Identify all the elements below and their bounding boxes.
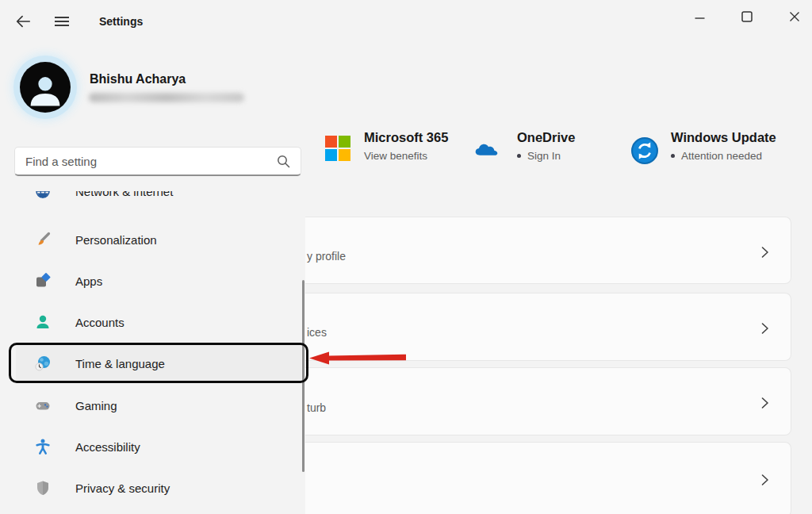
status-dot bbox=[517, 154, 521, 158]
close-button[interactable] bbox=[779, 6, 810, 27]
sidebar-item-network[interactable]: Network & internet bbox=[16, 191, 301, 210]
page-title: Settings bbox=[99, 15, 143, 28]
content-card-disturb[interactable]: turb bbox=[305, 367, 791, 435]
onedrive-cloud-icon bbox=[473, 140, 500, 161]
sidebar-item-label: Apps bbox=[75, 274, 102, 288]
sidebar-item-label: Accessibility bbox=[75, 440, 140, 454]
sidebar-item-label: Network & internet bbox=[75, 191, 173, 198]
sidebar-item-label: Gaming bbox=[75, 399, 117, 412]
card-text-fragment: y profile bbox=[307, 250, 346, 263]
search-input[interactable] bbox=[15, 155, 277, 168]
maximize-button[interactable] bbox=[731, 6, 763, 27]
status-title: OneDrive bbox=[517, 130, 575, 145]
sidebar-item-label: Time & language bbox=[75, 357, 165, 370]
status-subtitle: Sign In bbox=[527, 150, 561, 162]
status-subtitle: Attention needed bbox=[681, 150, 762, 162]
time-language-icon bbox=[35, 355, 51, 371]
content-card[interactable] bbox=[305, 442, 791, 514]
minimize-button[interactable] bbox=[684, 6, 715, 27]
windows-update-icon bbox=[631, 137, 658, 167]
sidebar-item-label: Privacy & security bbox=[75, 481, 170, 495]
sidebar-item-personalization[interactable]: Personalization bbox=[16, 221, 301, 259]
sidebar-item-label: Personalization bbox=[75, 233, 157, 247]
status-subtitle: View benefits bbox=[364, 150, 427, 162]
card-text-fragment: ices bbox=[307, 326, 327, 339]
minimize-icon bbox=[695, 12, 705, 22]
microsoft-logo-icon bbox=[325, 136, 350, 161]
settings-window: Settings Bhishu Acharya bbox=[0, 0, 812, 514]
nav-menu-button[interactable] bbox=[49, 10, 75, 33]
close-icon bbox=[789, 11, 800, 22]
sidebar-item-privacy-security[interactable]: Privacy & security bbox=[16, 469, 301, 507]
accounts-person-icon bbox=[35, 314, 51, 330]
sidebar-item-apps[interactable]: Apps bbox=[16, 262, 301, 300]
content-card-devices[interactable]: ices bbox=[305, 293, 791, 361]
card-text-fragment: turb bbox=[307, 401, 326, 414]
chevron-right-icon bbox=[759, 322, 770, 335]
paintbrush-icon bbox=[35, 232, 51, 247]
sidebar-item-accessibility[interactable]: Accessibility bbox=[16, 428, 301, 466]
maximize-icon bbox=[741, 11, 753, 22]
sidebar-item-time-language[interactable]: Time & language bbox=[16, 344, 301, 382]
person-icon bbox=[25, 70, 66, 111]
sidebar-item-network-clipped: Network & internet bbox=[16, 191, 301, 212]
content-card-profile[interactable]: y profile bbox=[305, 217, 791, 284]
gamepad-icon bbox=[35, 397, 51, 413]
status-microsoft-365[interactable]: Microsoft 365 View benefits bbox=[364, 130, 448, 162]
status-onedrive[interactable]: OneDrive Sign In bbox=[517, 130, 575, 162]
search-box bbox=[14, 147, 301, 176]
accessibility-person-icon bbox=[35, 439, 51, 455]
status-dot bbox=[671, 154, 675, 158]
sidebar-item-label: Accounts bbox=[75, 316, 124, 329]
chevron-right-icon bbox=[759, 246, 770, 259]
back-arrow-icon bbox=[14, 13, 32, 30]
back-button[interactable] bbox=[11, 10, 35, 33]
network-globe-icon bbox=[35, 191, 51, 199]
avatar bbox=[13, 56, 77, 119]
shield-icon bbox=[35, 480, 51, 496]
user-name: Bhishu Acharya bbox=[90, 72, 186, 86]
status-title: Windows Update bbox=[671, 130, 776, 145]
sidebar-scrollbar[interactable] bbox=[302, 280, 304, 472]
apps-icon bbox=[35, 273, 51, 289]
user-email-redacted bbox=[89, 93, 244, 102]
sidebar-item-gaming[interactable]: Gaming bbox=[16, 386, 301, 424]
sidebar-item-accounts[interactable]: Accounts bbox=[16, 303, 301, 341]
chevron-right-icon bbox=[759, 397, 770, 409]
status-windows-update[interactable]: Windows Update Attention needed bbox=[671, 130, 776, 162]
hamburger-icon bbox=[52, 13, 71, 30]
chevron-right-icon bbox=[759, 474, 770, 486]
status-title: Microsoft 365 bbox=[364, 130, 448, 145]
search-icon bbox=[277, 155, 290, 168]
